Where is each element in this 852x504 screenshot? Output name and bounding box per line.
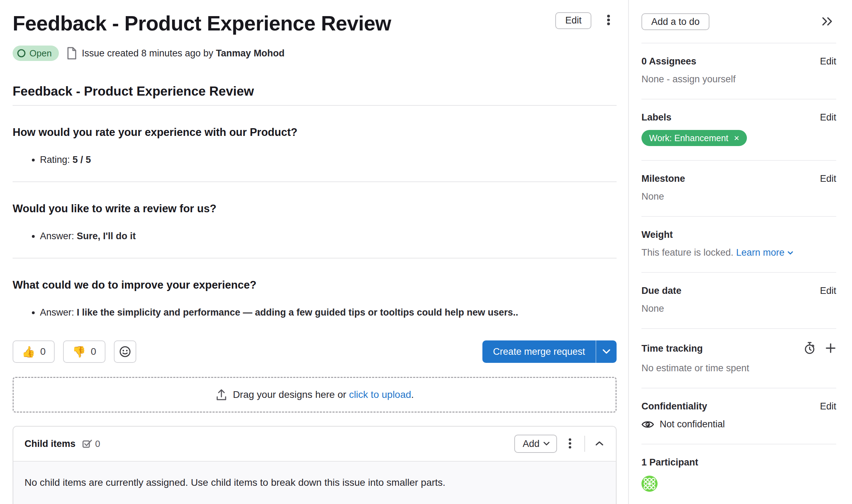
weight-value: This feature is locked. Learn more xyxy=(641,247,836,258)
answer-item-2: Answer: Sure, I'll do it xyxy=(40,230,617,242)
confidentiality-text: Not confidential xyxy=(660,419,725,430)
confidentiality-title: Confidentiality xyxy=(641,401,707,412)
thumbs-up-icon: 👍 xyxy=(22,345,35,358)
child-items-count: 0 xyxy=(95,439,100,449)
title-actions: Edit xyxy=(555,11,617,30)
edit-button[interactable]: Edit xyxy=(555,12,591,29)
milestone-title: Milestone xyxy=(641,173,685,184)
answer-value-1: 5 / 5 xyxy=(73,154,91,165)
divider xyxy=(13,181,617,182)
open-circle-icon xyxy=(17,49,26,58)
author-name[interactable]: Tanmay Mohod xyxy=(216,48,284,58)
milestone-section: Milestone Edit None xyxy=(641,161,836,217)
time-tracking-icons xyxy=(803,341,836,356)
create-merge-request-button[interactable]: Create merge request xyxy=(482,340,596,363)
learn-more-label: Learn more xyxy=(736,247,784,258)
award-emoji-bar: 👍 0 👎 0 xyxy=(13,340,136,363)
weight-section: Weight This feature is locked. Learn mor… xyxy=(641,217,836,273)
chevron-down-icon xyxy=(602,349,611,354)
collapse-sidebar-button[interactable] xyxy=(818,14,836,30)
created-prefix: Issue created 8 minutes ago by xyxy=(82,48,213,58)
participant-avatar[interactable] xyxy=(641,476,658,492)
label-badge[interactable]: Work: Enhancement × xyxy=(641,130,747,146)
chevron-down-icon xyxy=(787,251,793,255)
answer-label-1: Rating: xyxy=(40,154,70,165)
participants-title: 1 Participant xyxy=(641,457,698,468)
time-tracking-help-button[interactable] xyxy=(803,341,816,356)
upload-text-before: Drag your designs here or xyxy=(233,389,346,400)
participants-section: 1 Participant xyxy=(641,444,836,504)
confidentiality-section: Confidentiality Edit Not confidential xyxy=(641,388,836,444)
labels-edit-link[interactable]: Edit xyxy=(820,112,836,123)
checklist-icon xyxy=(82,439,92,449)
time-tracking-header: Time tracking xyxy=(641,341,836,356)
weight-header: Weight xyxy=(641,229,836,240)
assignees-value[interactable]: None - assign yourself xyxy=(641,74,836,85)
assignees-section: 0 Assignees Edit None - assign yourself xyxy=(641,43,836,99)
confidentiality-value: Not confidential xyxy=(641,419,836,430)
child-items-actions: Add xyxy=(514,435,607,453)
status-badge: Open xyxy=(13,46,59,61)
thumbs-up-count: 0 xyxy=(40,346,46,357)
thumbs-down-button[interactable]: 👎 0 xyxy=(63,340,105,363)
add-button-label: Add xyxy=(523,439,540,449)
label-badge-text: Work: Enhancement xyxy=(649,133,728,143)
participants-header: 1 Participant xyxy=(641,457,836,468)
thumbs-up-button[interactable]: 👍 0 xyxy=(13,340,55,363)
weight-locked-text: This feature is locked. xyxy=(641,247,734,258)
divider xyxy=(13,258,617,258)
create-merge-request-dropdown-button[interactable] xyxy=(596,340,617,363)
assignees-title: 0 Assignees xyxy=(641,56,696,67)
kebab-icon xyxy=(565,438,575,450)
thumbs-down-count: 0 xyxy=(91,346,96,357)
milestone-edit-link[interactable]: Edit xyxy=(820,173,836,184)
add-todo-button[interactable]: Add a to do xyxy=(641,13,709,30)
upload-icon xyxy=(215,388,227,401)
issue-options-kebab-button[interactable] xyxy=(600,11,617,30)
answer-list-2: Answer: Sure, I'll do it xyxy=(13,230,617,242)
child-items-header: Child items 0 Add xyxy=(13,427,616,462)
milestone-header: Milestone Edit xyxy=(641,173,836,184)
add-reaction-button[interactable] xyxy=(114,340,136,363)
due-date-value: None xyxy=(641,303,836,314)
child-items-kebab-button[interactable] xyxy=(563,435,577,453)
kebab-icon xyxy=(603,14,614,27)
chevron-down-icon xyxy=(543,441,550,446)
answer-value-2: Sure, I'll do it xyxy=(77,231,136,241)
page-title: Feedback - Product Experience Review xyxy=(13,12,391,35)
labels-header: Labels Edit xyxy=(641,112,836,123)
confidentiality-edit-link[interactable]: Edit xyxy=(820,401,836,412)
vertical-divider xyxy=(584,436,585,452)
labels-section: Labels Edit Work: Enhancement × xyxy=(641,99,836,161)
add-time-entry-button[interactable] xyxy=(825,343,836,355)
assignees-edit-link[interactable]: Edit xyxy=(820,56,836,67)
upload-text: Drag your designs here or click to uploa… xyxy=(233,389,414,400)
child-items-empty-state: No child items are currently assigned. U… xyxy=(13,462,616,504)
create-merge-request-split-button: Create merge request xyxy=(482,340,617,363)
learn-more-link[interactable]: Learn more xyxy=(736,247,793,258)
assignees-header: 0 Assignees Edit xyxy=(641,56,836,67)
issue-type-icon xyxy=(67,47,77,60)
label-remove-icon[interactable]: × xyxy=(734,133,739,143)
sidebar-top-row: Add a to do xyxy=(641,0,836,43)
question-1: How would you rate your experience with … xyxy=(13,125,617,139)
click-to-upload-link[interactable]: click to upload xyxy=(349,389,411,400)
confidentiality-header: Confidentiality Edit xyxy=(641,401,836,412)
issue-meta-row: Open Issue created 8 minutes ago by Tanm… xyxy=(13,46,617,61)
design-upload-dropzone[interactable]: Drag your designs here or click to uploa… xyxy=(13,377,617,413)
chevron-up-icon xyxy=(595,441,604,447)
milestone-value: None xyxy=(641,191,836,202)
answer-value-3: I like the simplicity and performance — … xyxy=(77,307,518,318)
description-heading: Feedback - Product Experience Review xyxy=(13,83,617,106)
issue-sidebar: Add a to do 0 Assignees Edit None - assi… xyxy=(628,0,852,504)
weight-title: Weight xyxy=(641,229,673,240)
eye-icon xyxy=(641,420,654,429)
child-items-add-button[interactable]: Add xyxy=(514,435,557,453)
answer-item-1: Rating: 5 / 5 xyxy=(40,153,617,166)
child-items-collapse-button[interactable] xyxy=(592,438,607,450)
time-tracking-value: No estimate or time spent xyxy=(641,363,836,374)
time-tracking-title: Time tracking xyxy=(641,343,703,354)
answer-list-1: Rating: 5 / 5 xyxy=(13,153,617,166)
stopwatch-icon xyxy=(803,341,816,356)
due-date-edit-link[interactable]: Edit xyxy=(820,285,836,296)
